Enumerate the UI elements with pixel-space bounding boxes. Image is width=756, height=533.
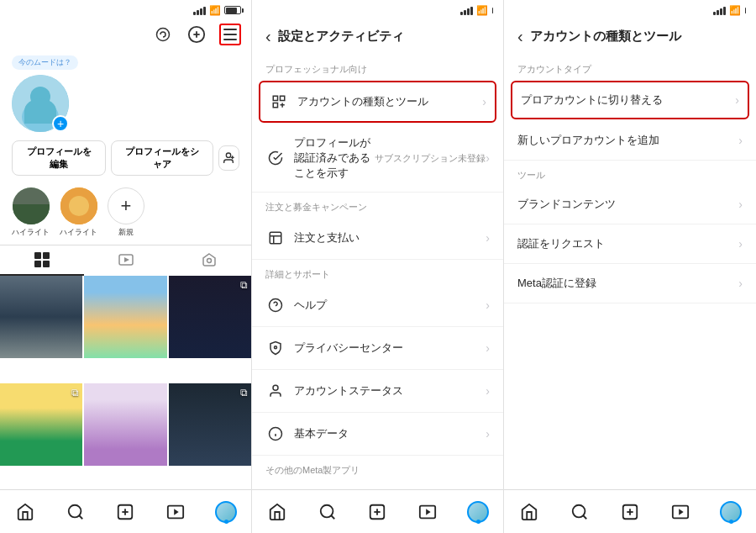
settings-item-orders[interactable]: 注文と支払い › xyxy=(252,217,503,260)
highlights-row: ハイライト ハイライト + 新規 xyxy=(0,181,251,245)
request-verify-text: 認証をリクエスト xyxy=(517,236,738,251)
account-section-label-tools: ツール xyxy=(504,161,756,185)
add-icon[interactable] xyxy=(186,24,207,45)
settings-item-privacy[interactable]: プライバシーセンター › xyxy=(252,327,503,370)
wifi-icon-3: 📶 xyxy=(729,5,741,16)
grid-cell-6[interactable]: ⧉ xyxy=(169,383,251,466)
nav-search[interactable] xyxy=(60,497,91,527)
grid-cell-4[interactable]: ⧉ xyxy=(0,383,82,466)
nav-profile[interactable] xyxy=(211,497,241,527)
account-status-icon xyxy=(265,381,286,401)
account-back-button[interactable]: ‹ xyxy=(517,27,523,46)
svg-point-50 xyxy=(573,504,585,517)
section-label-orders: 注文と募金キャンペーン xyxy=(252,193,503,217)
account-status-bar: 📶 xyxy=(504,0,756,20)
verified-text: プロフィールが認証済みであることを示す xyxy=(294,135,371,181)
nav-reels[interactable] xyxy=(160,497,191,527)
highlight-add[interactable]: + 新規 xyxy=(108,187,144,238)
grid-cell-3[interactable]: ⧉ xyxy=(169,276,251,358)
svg-point-8 xyxy=(30,87,50,107)
nav-add[interactable] xyxy=(110,497,140,527)
panel-account: 📶 ‹ アカウントの種類とツール アカウントタイプ プロアカウントに切り替える … xyxy=(504,0,756,533)
brand-content-text: ブランドコンテンツ xyxy=(517,197,738,212)
grid-cell-1[interactable] xyxy=(0,276,82,358)
profile-buttons: プロフィールを編集 プロフィールをシャア xyxy=(12,140,239,176)
highlight-item-1[interactable]: ハイライト xyxy=(12,187,50,238)
basic-data-text: 基本データ xyxy=(294,426,486,441)
svg-rect-30 xyxy=(273,96,277,100)
tab-grid[interactable] xyxy=(0,245,84,276)
add-person-button[interactable] xyxy=(218,145,239,171)
mood-tag[interactable]: 今のムードは？ xyxy=(12,55,78,70)
chevron-brand-content: › xyxy=(738,198,743,211)
grid-cell-5[interactable] xyxy=(84,383,166,466)
nav2-search[interactable] xyxy=(312,497,343,527)
menu-button[interactable] xyxy=(219,24,241,45)
tab-reels[interactable] xyxy=(84,245,168,276)
nav3-profile[interactable] xyxy=(716,497,746,527)
account-body: アカウントタイプ プロアカウントに切り替える › 新しいプロアカウントを追加 ›… xyxy=(504,55,756,489)
panel-profile: 📶 今のムードは？ xyxy=(0,0,252,533)
signal-icon xyxy=(193,5,206,15)
account-item-switch-pro[interactable]: プロアカウントに切り替える › xyxy=(511,81,749,119)
svg-marker-49 xyxy=(426,509,431,515)
edit-profile-button[interactable]: プロフィールを編集 xyxy=(12,140,106,176)
settings-item-verified[interactable]: プロフィールが認証済みであることを示す サブスクリプション未登録 › xyxy=(252,124,503,193)
threads-icon[interactable] xyxy=(152,24,174,45)
settings-item-account-tools[interactable]: アカウントの種類とツール › xyxy=(259,81,496,123)
nav2-home[interactable] xyxy=(262,497,292,527)
status-bar-1: 📶 xyxy=(0,0,251,20)
nav2-reels[interactable] xyxy=(412,497,443,527)
nav3-search[interactable] xyxy=(564,497,595,527)
svg-point-23 xyxy=(68,504,81,517)
account-item-brand-content[interactable]: ブランドコンテンツ › xyxy=(504,185,756,224)
account-item-add-pro[interactable]: 新しいプロアカウントを追加 › xyxy=(504,121,756,161)
wifi-icon-2: 📶 xyxy=(476,5,488,16)
chevron-verified: › xyxy=(486,151,490,165)
nav3-home[interactable] xyxy=(514,497,544,527)
svg-point-22 xyxy=(207,259,212,263)
nav3-add[interactable] xyxy=(615,497,645,527)
grid-cell-2[interactable] xyxy=(84,276,166,358)
account-tools-icon xyxy=(269,92,289,112)
settings-item-whatsapp[interactable]: WhatsApp › xyxy=(252,480,503,489)
nav2-profile[interactable] xyxy=(463,497,493,527)
svg-point-15 xyxy=(69,196,89,216)
account-item-meta-verify[interactable]: Meta認証に登録 › xyxy=(504,264,756,303)
help-text: ヘルプ xyxy=(294,298,486,313)
chevron-meta-verify: › xyxy=(738,277,743,290)
account-title-bar: ‹ アカウントの種類とツール xyxy=(504,20,756,55)
svg-point-39 xyxy=(273,385,278,390)
chevron-switch-pro: › xyxy=(735,93,739,107)
add-photo-button[interactable]: + xyxy=(52,115,69,132)
help-icon xyxy=(265,295,286,315)
highlight-circle-2 xyxy=(60,187,97,224)
tab-tagged[interactable] xyxy=(167,245,251,276)
account-page-title: アカウントの種類とツール xyxy=(530,29,681,45)
signal-icon-3 xyxy=(713,5,726,15)
settings-item-account-status[interactable]: アカウントステータス › xyxy=(252,370,503,413)
photo-grid: ⧉ ⧉ ⧉ xyxy=(0,276,251,489)
chevron-request-verify: › xyxy=(738,237,743,251)
settings-back-button[interactable]: ‹ xyxy=(265,27,271,46)
nav3-reels[interactable] xyxy=(665,497,696,527)
content-tabs xyxy=(0,245,251,276)
settings-item-help[interactable]: ヘルプ › xyxy=(252,284,503,327)
settings-item-basic-data[interactable]: 基本データ › xyxy=(252,413,503,456)
bottom-nav-2 xyxy=(252,489,503,533)
settings-title-bar: ‹ 設定とアクティビティ xyxy=(252,20,503,55)
grid-icon-4: ⧉ xyxy=(71,387,79,398)
svg-marker-21 xyxy=(124,257,129,262)
svg-point-43 xyxy=(320,504,333,517)
basic-data-icon xyxy=(265,424,286,444)
chevron-account-status: › xyxy=(486,384,490,398)
avatar-area: + xyxy=(12,75,69,132)
highlight-item-2[interactable]: ハイライト xyxy=(60,187,97,238)
svg-line-44 xyxy=(331,515,334,519)
privacy-icon xyxy=(265,338,286,358)
svg-rect-4 xyxy=(223,34,237,35)
account-item-request-verify[interactable]: 認証をリクエスト › xyxy=(504,224,756,264)
nav2-add[interactable] xyxy=(362,497,392,527)
nav-home[interactable] xyxy=(10,497,40,527)
share-profile-button[interactable]: プロフィールをシャア xyxy=(111,140,213,176)
